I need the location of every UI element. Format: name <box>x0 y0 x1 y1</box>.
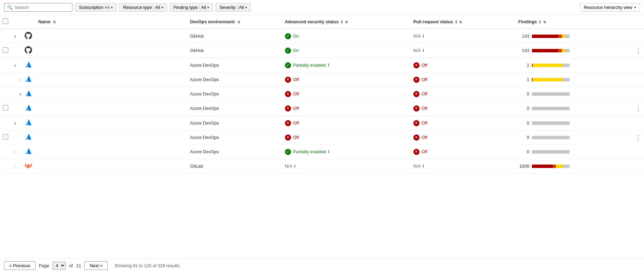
sort-icon[interactable]: ⇅ <box>459 20 462 24</box>
row-actions-cell <box>632 116 644 130</box>
more-actions-button[interactable]: ⋮ <box>635 134 641 141</box>
toolbar: 🔍 Subscription == ▾ Resource type : All … <box>0 0 644 15</box>
row-findings-cell: 0 <box>516 87 632 101</box>
sort-icon[interactable]: ⇅ <box>53 20 56 24</box>
devops-value: GitHub <box>190 48 204 53</box>
devops-value: Azure DevOps <box>190 120 219 126</box>
table-row: › GitLab N/Aℹ N/Aℹ 1608 <box>0 159 644 173</box>
row-pr-cell: ✕Off <box>411 116 516 130</box>
row-pr-cell: ✕Off <box>411 87 516 101</box>
more-actions-button[interactable]: ⋮ <box>635 47 641 54</box>
expand-button[interactable]: › <box>14 150 15 154</box>
row-name-cell <box>36 29 187 43</box>
info-icon: ℹ <box>455 20 457 24</box>
row-findings-cell: 0 <box>516 101 632 116</box>
sort-icon[interactable]: ⇅ <box>345 20 348 24</box>
table-row: ∨ Azure DevOps ✓Partially enabledℹ ✕Off … <box>0 58 644 73</box>
row-icon-cell <box>23 145 36 159</box>
findings-count: 0 <box>518 120 529 126</box>
row-devops-cell: GitHub <box>187 29 282 43</box>
row-name-cell <box>36 116 187 130</box>
findings-count: 1 <box>518 63 529 68</box>
devops-value: Azure DevOps <box>190 77 219 82</box>
row-name-cell <box>36 58 187 73</box>
row-icon-cell <box>23 73 36 87</box>
row-checkbox-cell <box>0 145 12 159</box>
sort-icon[interactable]: ⇅ <box>543 20 546 24</box>
table-row: ∨ Azure DevOps ✕Off ✕Off 0 <box>0 116 644 130</box>
table-row: Azure DevOps ✕Off ✕Off 0 ⋮ <box>0 101 644 116</box>
row-actions-cell <box>632 87 644 101</box>
row-checkbox-cell <box>0 43 12 58</box>
col-pr-label: Pull request status <box>413 19 453 24</box>
search-icon: 🔍 <box>7 5 13 10</box>
row-devops-cell: Azure DevOps <box>187 130 282 145</box>
sort-icon[interactable]: ⇅ <box>237 20 240 24</box>
row-expand-cell: ∨ <box>12 87 23 101</box>
hierarchy-view-button[interactable]: Resource hierarchy view ▾ <box>580 3 640 12</box>
row-findings-cell: 1608 <box>516 159 632 173</box>
chevron-down-icon: ▾ <box>245 6 247 9</box>
subscription-filter-button[interactable]: Subscription == ▾ <box>75 3 117 12</box>
findings-count: 0 <box>518 91 529 96</box>
info-icon: ℹ <box>539 20 540 24</box>
col-header-check[interactable] <box>0 15 12 29</box>
row-findings-cell: 0 <box>516 130 632 145</box>
row-expand-cell: › <box>12 145 23 159</box>
expand-button[interactable]: › <box>19 78 20 82</box>
resource-type-filter-button[interactable]: Resource type : All ▾ <box>119 3 167 12</box>
col-header-name[interactable]: Name ⇅ <box>36 15 187 29</box>
col-header-findings[interactable]: Findings ℹ ⇅ <box>516 15 632 29</box>
devops-value: Azure DevOps <box>190 63 219 68</box>
row-icon-cell <box>23 116 36 130</box>
search-input[interactable] <box>15 5 69 10</box>
collapse-button[interactable]: ∨ <box>14 63 16 67</box>
row-pr-cell: N/Aℹ <box>411 29 516 43</box>
row-devops-cell: Azure DevOps <box>187 58 282 73</box>
col-header-expand <box>12 15 23 29</box>
row-actions-cell: ⋮ <box>632 130 644 145</box>
row-name-cell <box>36 159 187 173</box>
row-security-cell: ✕Off <box>282 87 411 101</box>
header-checkbox[interactable] <box>3 18 8 24</box>
finding-type-filter-label: Finding type : All <box>174 5 206 10</box>
chevron-down-icon: ▾ <box>111 6 113 9</box>
row-devops-cell: Azure DevOps <box>187 116 282 130</box>
row-security-cell: ✕Off <box>282 73 411 87</box>
row-checkbox[interactable] <box>3 47 8 53</box>
row-checkbox[interactable] <box>3 105 8 110</box>
col-header-devops[interactable]: DevOps environment ⇅ <box>187 15 282 29</box>
row-pr-cell: ✕Off <box>411 73 516 87</box>
row-devops-cell: GitLab <box>187 159 282 173</box>
row-devops-cell: Azure DevOps <box>187 87 282 101</box>
row-checkbox-cell <box>0 58 12 73</box>
col-header-security[interactable]: Advanced security status ℹ ⇅ <box>282 15 411 29</box>
severity-filter-label: Severity : All <box>219 5 244 10</box>
devops-value: Azure DevOps <box>190 135 219 140</box>
row-findings-cell: 143 <box>516 29 632 43</box>
row-security-cell: ✕Off <box>282 116 411 130</box>
devops-value: Azure DevOps <box>190 106 219 111</box>
row-name-cell <box>36 87 187 101</box>
subscription-filter-label: Subscription == <box>79 5 110 10</box>
row-actions-cell <box>632 159 644 173</box>
collapse-button[interactable]: ∨ <box>19 92 22 96</box>
expand-button[interactable]: › <box>14 164 15 168</box>
chevron-down-icon: ▾ <box>162 6 163 9</box>
search-box[interactable]: 🔍 <box>4 3 72 12</box>
collapse-button[interactable]: ∨ <box>14 121 16 125</box>
findings-count: 0 <box>518 135 529 140</box>
more-actions-button[interactable]: ⋮ <box>635 105 641 112</box>
row-icon-cell <box>23 43 36 58</box>
table-row: ∨ GitHub ✓On N/Aℹ 143 <box>0 29 644 43</box>
row-expand-cell: ∨ <box>12 116 23 130</box>
row-expand-cell: › <box>12 159 23 173</box>
severity-filter-button[interactable]: Severity : All ▾ <box>216 3 251 12</box>
row-checkbox[interactable] <box>3 134 8 140</box>
row-expand-cell <box>12 101 23 116</box>
col-header-pr[interactable]: Pull request status ℹ ⇅ <box>411 15 516 29</box>
devops-value: Azure DevOps <box>190 149 219 154</box>
row-findings-cell: 143 <box>516 43 632 58</box>
collapse-button[interactable]: ∨ <box>14 34 16 38</box>
finding-type-filter-button[interactable]: Finding type : All ▾ <box>170 3 213 12</box>
